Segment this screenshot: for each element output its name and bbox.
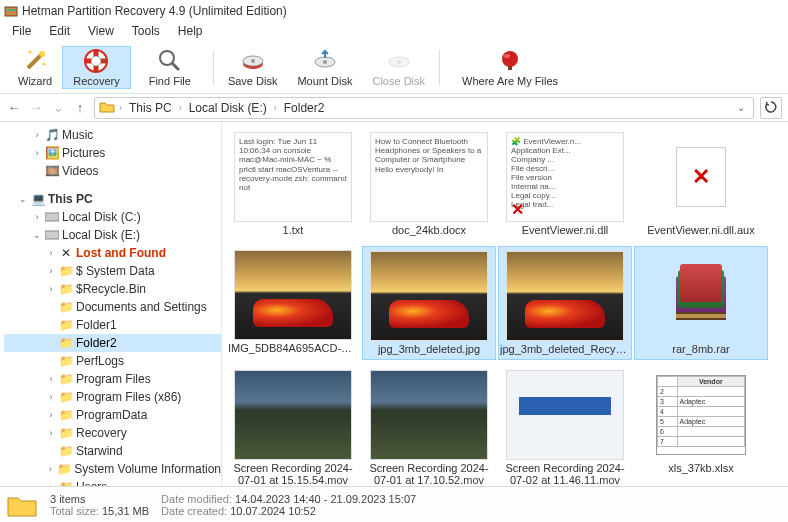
folder-icon: 📁 bbox=[59, 264, 73, 278]
folder-icon: 📁 bbox=[59, 354, 73, 368]
menu-edit[interactable]: Edit bbox=[41, 22, 78, 42]
tree-docs-settings[interactable]: 📁Documents and Settings bbox=[4, 298, 221, 316]
back-arrow[interactable]: ← bbox=[6, 100, 22, 115]
tree-programdata[interactable]: ›📁ProgramData bbox=[4, 406, 221, 424]
monitor-icon: 💻 bbox=[31, 192, 45, 206]
tree-folder2[interactable]: 📁Folder2 bbox=[4, 334, 221, 352]
forward-arrow[interactable]: → bbox=[28, 100, 44, 115]
svg-point-4 bbox=[29, 51, 32, 54]
window-title: Hetman Partition Recovery 4.9 (Unlimited… bbox=[22, 4, 287, 18]
file-img1[interactable]: IMG_5DB84A695ACD-1.jpeg bbox=[226, 246, 360, 360]
menu-file[interactable]: File bbox=[4, 22, 39, 42]
tree-recycle-bin[interactable]: ›📁$Recycle.Bin bbox=[4, 280, 221, 298]
rar-icon bbox=[642, 251, 760, 341]
unknown-file-icon bbox=[642, 132, 760, 222]
breadcrumb[interactable]: › This PC › Local Disk (E:) › Folder2 ⌄ bbox=[94, 97, 754, 119]
folder-icon: 📁 bbox=[59, 480, 73, 486]
tree-this-pc[interactable]: ⌄💻This PC bbox=[4, 190, 221, 208]
history-chevron[interactable]: ⌄ bbox=[50, 100, 66, 115]
video-thumb bbox=[506, 370, 624, 460]
video-thumb bbox=[234, 370, 352, 460]
tree-svi[interactable]: ›📁System Volume Information bbox=[4, 460, 221, 478]
tree-program-files[interactable]: ›📁Program Files bbox=[4, 370, 221, 388]
find-file-button[interactable]: Find File bbox=[131, 46, 209, 89]
tree-local-c[interactable]: ›Local Disk (C:) bbox=[4, 208, 221, 226]
file-screenrec-3[interactable]: Screen Recording 2024-07-02 at 11.46.11.… bbox=[498, 366, 632, 486]
tree-recovery[interactable]: ›📁Recovery bbox=[4, 424, 221, 442]
file-rar[interactable]: rar_8mb.rar bbox=[634, 246, 768, 360]
status-right: Date modified: 14.04.2023 14:40 - 21.09.… bbox=[161, 493, 416, 517]
tree-program-files-x86[interactable]: ›📁Program Files (x86) bbox=[4, 388, 221, 406]
x-icon: ✕ bbox=[59, 246, 73, 260]
tree-users[interactable]: ›📁Users bbox=[4, 478, 221, 486]
folder-icon: 📁 bbox=[59, 408, 73, 422]
bell-icon bbox=[496, 48, 524, 74]
mount-disk-button[interactable]: Mount Disk bbox=[287, 46, 362, 89]
refresh-icon bbox=[764, 100, 778, 116]
file-docx[interactable]: How to Connect Bluetooth Headphones or S… bbox=[362, 128, 496, 240]
svg-rect-1 bbox=[7, 9, 15, 11]
tree-system-data[interactable]: ›📁$ System Data bbox=[4, 262, 221, 280]
file-dll-aux[interactable]: EventViewer.ni.dll.aux bbox=[634, 128, 768, 240]
svg-rect-0 bbox=[5, 7, 17, 16]
tree-perflogs[interactable]: 📁PerfLogs bbox=[4, 352, 221, 370]
breadcrumb-drive[interactable]: Local Disk (E:) bbox=[186, 100, 270, 116]
file-jpg-deleted[interactable]: jpg_3mb_deleted.jpg bbox=[362, 246, 496, 360]
menu-tools[interactable]: Tools bbox=[124, 22, 168, 42]
chevron-right-icon[interactable]: › bbox=[177, 103, 184, 113]
folder-tree[interactable]: ›🎵Music ›🖼️Pictures 🎞️Videos ⌄💻This PC ›… bbox=[0, 122, 222, 486]
refresh-button[interactable] bbox=[760, 97, 782, 119]
tree-pictures[interactable]: ›🖼️Pictures bbox=[4, 144, 221, 162]
file-screenrec-1[interactable]: Screen Recording 2024-07-01 at 15.15.54.… bbox=[226, 366, 360, 486]
file-xls[interactable]: Vendor 2 3Adaptec 4 5Adaptec 6 7 xls_37k… bbox=[634, 366, 768, 486]
tree-videos[interactable]: 🎞️Videos bbox=[4, 162, 221, 180]
file-screenrec-2[interactable]: Screen Recording 2024-07-01 at 17.10.52.… bbox=[362, 366, 496, 486]
disk-save-icon bbox=[239, 48, 267, 74]
video-thumb bbox=[370, 370, 488, 460]
spreadsheet-thumb: Vendor 2 3Adaptec 4 5Adaptec 6 7 bbox=[642, 370, 760, 460]
drive-icon bbox=[45, 210, 59, 224]
tree-local-e[interactable]: ⌄Local Disk (E:) bbox=[4, 226, 221, 244]
breadcrumb-expand[interactable]: ⌄ bbox=[733, 102, 749, 113]
dll-preview: 🧩 EventViewer.n... Application Ext... Co… bbox=[506, 132, 624, 222]
magnifier-icon bbox=[156, 48, 184, 74]
file-jpg-deleted-recycle[interactable]: jpg_3mb_deleted_Recycle.jpg bbox=[498, 246, 632, 360]
svg-rect-21 bbox=[45, 231, 59, 239]
tree-starwind[interactable]: 📁Starwind bbox=[4, 442, 221, 460]
folder-icon: 📁 bbox=[59, 336, 73, 350]
file-txt[interactable]: Last login: Tue Jun 11 10:06:34 on conso… bbox=[226, 128, 360, 240]
folder-icon bbox=[6, 492, 38, 518]
folder-icon: 📁 bbox=[59, 300, 73, 314]
breadcrumb-folder[interactable]: Folder2 bbox=[281, 100, 328, 116]
tree-lost-found[interactable]: ›✕Lost and Found bbox=[4, 244, 221, 262]
chevron-right-icon[interactable]: › bbox=[272, 103, 279, 113]
text-preview: How to Connect Bluetooth Headphones or S… bbox=[370, 132, 488, 222]
close-disk-button[interactable]: Close Disk bbox=[362, 46, 435, 89]
svg-point-7 bbox=[91, 56, 101, 66]
folder-icon: 📁 bbox=[59, 372, 73, 386]
where-files-button[interactable]: Where Are My Files bbox=[444, 46, 576, 89]
folder-icon bbox=[99, 100, 115, 116]
titlebar: Hetman Partition Recovery 4.9 (Unlimited… bbox=[0, 0, 788, 22]
menu-help[interactable]: Help bbox=[170, 22, 211, 42]
folder-icon: 📁 bbox=[59, 318, 73, 332]
tree-music[interactable]: ›🎵Music bbox=[4, 126, 221, 144]
breadcrumb-root[interactable]: This PC bbox=[126, 100, 175, 116]
chevron-right-icon[interactable]: › bbox=[117, 103, 124, 113]
folder-icon: 📁 bbox=[57, 462, 71, 476]
image-thumb bbox=[370, 251, 488, 341]
menu-view[interactable]: View bbox=[80, 22, 122, 42]
recovery-button[interactable]: Recovery bbox=[62, 46, 130, 89]
toolbar-separator bbox=[439, 50, 440, 85]
file-grid[interactable]: Last login: Tue Jun 11 10:06:34 on conso… bbox=[222, 122, 788, 486]
tree-folder1[interactable]: 📁Folder1 bbox=[4, 316, 221, 334]
nav-arrows: ← → ⌄ ↑ bbox=[6, 100, 88, 115]
wizard-button[interactable]: Wizard bbox=[8, 46, 62, 89]
navbar: ← → ⌄ ↑ › This PC › Local Disk (E:) › Fo… bbox=[0, 94, 788, 122]
svg-point-17 bbox=[502, 51, 518, 67]
save-disk-button[interactable]: Save Disk bbox=[218, 46, 288, 89]
file-dll[interactable]: 🧩 EventViewer.n... Application Ext... Co… bbox=[498, 128, 632, 240]
up-arrow[interactable]: ↑ bbox=[72, 100, 88, 115]
lifebuoy-icon bbox=[82, 48, 110, 74]
status-left: 3 items Total size: 15,31 MB bbox=[50, 493, 149, 517]
